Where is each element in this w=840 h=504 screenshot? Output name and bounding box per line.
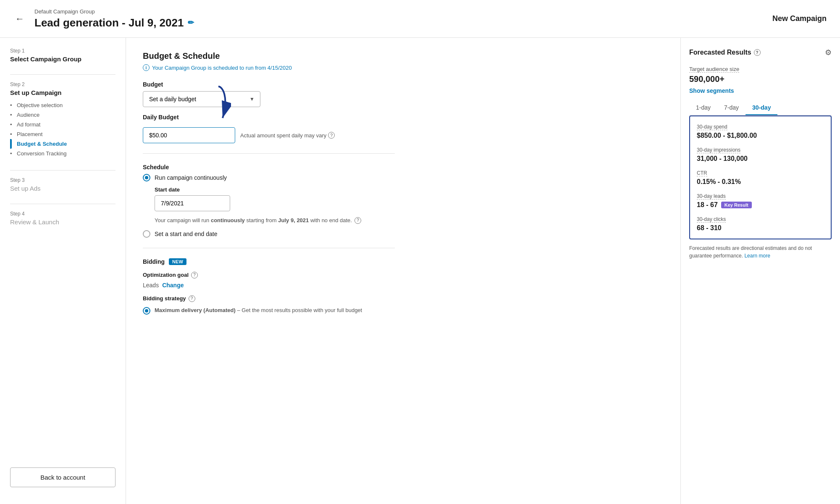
- day-tabs: 1-day 7-day 30-day: [689, 101, 832, 116]
- spend-value: $850.00 - $1,800.00: [697, 132, 824, 139]
- step3-label: Step 3: [10, 177, 116, 183]
- impressions-value: 31,000 - 130,000: [697, 155, 824, 163]
- bidding-strategy-row: Bidding strategy ?: [143, 295, 395, 302]
- step2-block: Step 2 Set up Campaign Objective selecti…: [10, 81, 116, 158]
- tab-1day[interactable]: 1-day: [689, 101, 717, 115]
- forecast-clicks: 30-day clicks 68 - 310: [697, 215, 824, 232]
- forecast-impressions: 30-day impressions 31,000 - 130,000: [697, 146, 824, 163]
- step4-label: Step 4: [10, 211, 116, 217]
- max-delivery-row: Maximum delivery (Automated) – Get the m…: [143, 306, 395, 315]
- opt-goal-help-icon[interactable]: ?: [191, 272, 198, 278]
- daily-budget-section: Daily Budget Actual amount spent daily m…: [143, 114, 395, 143]
- tab-30day[interactable]: 30-day: [746, 101, 777, 115]
- campaign-title: Lead generation - Jul 9, 2021 ✏: [34, 16, 194, 29]
- clicks-value: 68 - 310: [697, 224, 824, 232]
- audience-size-value: 590,000+: [689, 74, 832, 84]
- leads-row: Leads Change: [143, 282, 395, 289]
- run-continuous-row: Run campaign continuously: [143, 174, 395, 181]
- bidding-strategy-label: Bidding strategy: [143, 295, 186, 302]
- step4-title: Review & Launch: [10, 218, 116, 226]
- sidebar-steps: Step 1 Select Campaign Group Step 2 Set …: [0, 48, 126, 237]
- run-continuous-radio[interactable]: [143, 174, 150, 181]
- opt-goal-label: Optimization goal: [143, 272, 189, 278]
- change-link[interactable]: Change: [162, 282, 184, 289]
- set-end-date-row: Set a start and end date: [143, 230, 395, 238]
- schedule-label: Schedule: [143, 164, 395, 171]
- max-delivery-radio[interactable]: [143, 307, 150, 315]
- step-divider-3: [10, 204, 116, 204]
- gear-icon[interactable]: ⚙: [825, 48, 832, 57]
- schedule-divider: [143, 248, 395, 248]
- set-end-date-label: Set a start and end date: [155, 231, 217, 237]
- budget-select[interactable]: Set a daily budget Set a total budget: [143, 91, 260, 107]
- step1-block: Step 1 Select Campaign Group: [10, 48, 116, 63]
- campaign-group-label: Default Campaign Group: [34, 8, 194, 15]
- leads-forecast-value: 18 - 67 Key Result: [697, 201, 824, 209]
- opt-goal-row: Optimization goal ?: [143, 272, 395, 278]
- main-content: Budget & Schedule i Your Campaign Group …: [126, 38, 680, 504]
- daily-budget-help-icon[interactable]: ?: [328, 132, 335, 139]
- daily-budget-label: Daily Budget: [143, 114, 395, 121]
- forecasted-title: Forecasted Results ?: [689, 49, 761, 56]
- right-panel: Forecasted Results ? ⚙ Target audience s…: [680, 38, 840, 504]
- clicks-label: 30-day clicks: [697, 216, 726, 223]
- main-inner: Budget & Schedule i Your Campaign Group …: [143, 51, 395, 315]
- audience-size-label: Target audience size: [689, 66, 739, 73]
- info-text: Your Campaign Group is scheduled to run …: [152, 65, 292, 71]
- info-icon: i: [143, 64, 150, 71]
- sidebar-item-conversion[interactable]: Conversion Tracking: [10, 149, 116, 158]
- show-segments-link[interactable]: Show segments: [689, 87, 832, 94]
- max-delivery-text: Maximum delivery (Automated) – Get the m…: [155, 306, 362, 315]
- sidebar-item-placement[interactable]: Placement: [10, 129, 116, 139]
- sidebar-item-audience[interactable]: Audience: [10, 110, 116, 120]
- spend-label: 30-day spend: [697, 124, 727, 130]
- continuous-note: Your campaign will run continuously star…: [155, 216, 395, 225]
- sidebar-item-budget[interactable]: Budget & Schedule: [10, 139, 116, 149]
- forecast-spend: 30-day spend $850.00 - $1,800.00: [697, 123, 824, 139]
- step2-list: Objective selection Audience Ad format P…: [10, 100, 116, 158]
- step3-block: Step 3 Set up Ads: [10, 177, 116, 192]
- step1-label: Step 1: [10, 48, 116, 54]
- start-date-input[interactable]: [155, 195, 230, 211]
- ctr-value: 0.15% - 0.31%: [697, 178, 824, 186]
- start-date-label: Start date: [155, 186, 395, 193]
- budget-schedule-title: Budget & Schedule: [143, 51, 395, 61]
- bidding-strategy-help-icon[interactable]: ?: [189, 295, 195, 302]
- sidebar: Step 1 Select Campaign Group Step 2 Set …: [0, 38, 126, 504]
- budget-select-wrapper: Set a daily budget Set a total budget ▼: [143, 91, 260, 107]
- key-result-badge: Key Result: [721, 202, 752, 208]
- step2-label: Step 2: [10, 81, 116, 87]
- continuous-help-icon[interactable]: ?: [354, 217, 361, 224]
- sidebar-item-objective[interactable]: Objective selection: [10, 100, 116, 110]
- tab-7day[interactable]: 7-day: [717, 101, 746, 115]
- new-campaign-button[interactable]: New Campaign: [772, 14, 827, 23]
- learn-more-link[interactable]: Learn more: [744, 253, 770, 259]
- run-continuous-label: Run campaign continuously: [155, 174, 227, 181]
- step3-title: Set up Ads: [10, 185, 116, 192]
- sidebar-item-adformat[interactable]: Ad format: [10, 120, 116, 129]
- new-badge: NEW: [169, 258, 186, 265]
- bidding-header: Bidding NEW: [143, 258, 395, 265]
- budget-label: Budget: [143, 81, 395, 88]
- forecasted-help-icon[interactable]: ?: [754, 49, 761, 56]
- forecasted-header: Forecasted Results ? ⚙: [689, 48, 832, 57]
- main-layout: Step 1 Select Campaign Group Step 2 Set …: [0, 38, 840, 504]
- forecast-box: 30-day spend $850.00 - $1,800.00 30-day …: [689, 116, 832, 239]
- ctr-label: CTR: [697, 170, 707, 176]
- daily-budget-note: Actual amount spent daily may vary ?: [240, 132, 335, 139]
- forecast-leads: 30-day leads 18 - 67 Key Result: [697, 192, 824, 209]
- daily-budget-input[interactable]: [143, 127, 235, 143]
- forecast-disclaimer: Forecasted results are directional estim…: [689, 244, 832, 260]
- step-divider-1: [10, 74, 116, 75]
- back-button[interactable]: ←: [13, 12, 26, 26]
- step2-title: Set up Campaign: [10, 89, 116, 96]
- daily-budget-row: Actual amount spent daily may vary ?: [143, 127, 395, 143]
- bidding-label: Bidding: [143, 258, 165, 265]
- impressions-label: 30-day impressions: [697, 147, 740, 153]
- step4-block: Step 4 Review & Launch: [10, 211, 116, 226]
- leads-label: Leads: [143, 282, 159, 289]
- budget-divider: [143, 153, 395, 154]
- set-end-date-radio[interactable]: [143, 230, 150, 238]
- edit-icon[interactable]: ✏: [188, 18, 194, 27]
- back-to-account-button[interactable]: Back to account: [10, 467, 116, 487]
